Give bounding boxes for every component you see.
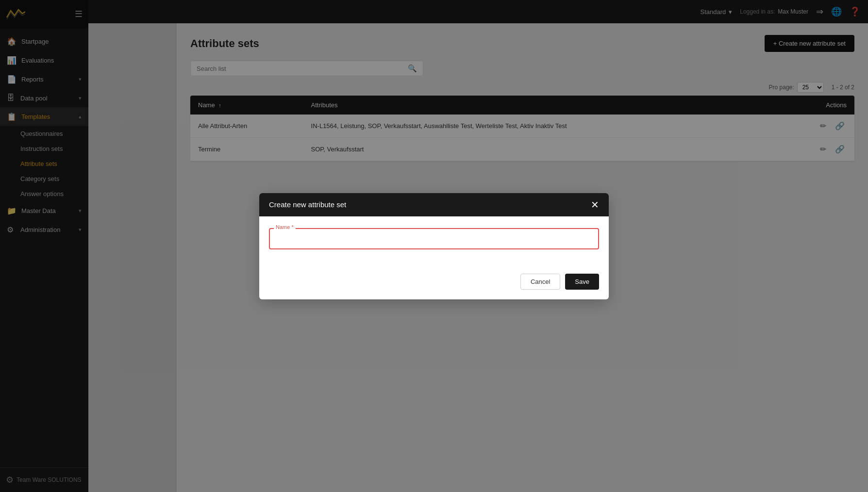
save-button[interactable]: Save bbox=[565, 274, 599, 290]
modal-header: Create new attribute set ✕ bbox=[259, 193, 609, 216]
cancel-button[interactable]: Cancel bbox=[520, 274, 560, 290]
modal-overlay[interactable]: Create new attribute set ✕ Name * Cancel… bbox=[0, 0, 868, 492]
modal-body: Name * bbox=[259, 216, 609, 269]
modal-footer: Cancel Save bbox=[259, 269, 609, 299]
modal-title: Create new attribute set bbox=[269, 200, 346, 209]
name-field-label: Name * bbox=[274, 224, 296, 230]
create-attribute-set-modal: Create new attribute set ✕ Name * Cancel… bbox=[259, 193, 609, 299]
name-field-container: Name * bbox=[269, 228, 599, 249]
modal-close-button[interactable]: ✕ bbox=[591, 200, 599, 210]
name-input[interactable] bbox=[269, 228, 599, 249]
